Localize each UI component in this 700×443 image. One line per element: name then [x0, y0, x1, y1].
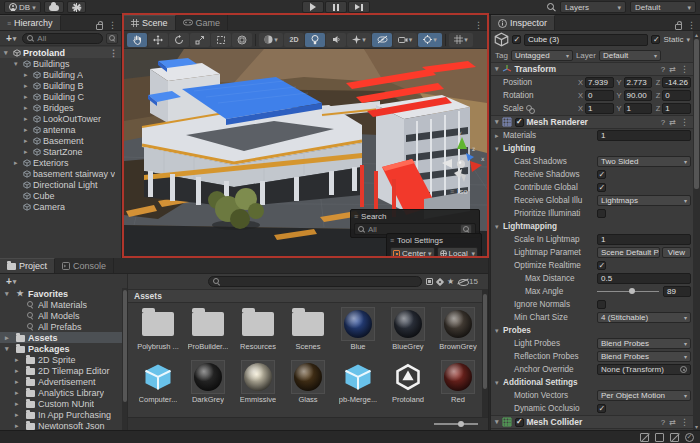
- presets-icon[interactable]: ⇄: [669, 118, 676, 127]
- drag-handle-icon[interactable]: ≡: [354, 213, 358, 220]
- property-checkbox[interactable]: [597, 209, 606, 218]
- step-button[interactable]: [348, 1, 370, 13]
- mesh-collider-component-header[interactable]: ▾ Mesh Collider ? ⇄ ⋮: [491, 415, 693, 429]
- property-dropdown[interactable]: Two Sided: [597, 156, 691, 167]
- property-row[interactable]: Ignore Normals: [491, 298, 693, 311]
- component-enabled-checkbox[interactable]: [515, 118, 524, 127]
- layer-dropdown[interactable]: Default: [599, 50, 661, 61]
- property-row[interactable]: Lightmapping: [491, 220, 693, 233]
- property-row[interactable]: Min Chart Size 4 (Stitchable) 4 (Stitcha…: [491, 311, 693, 324]
- rect-tool-button[interactable]: [211, 33, 231, 47]
- hierarchy-item[interactable]: StartZone ⋮: [0, 146, 121, 157]
- foldout-arrow-icon[interactable]: [4, 49, 11, 57]
- property-row[interactable]: Receive Global Illu Lightmaps Lightmaps …: [491, 194, 693, 207]
- foldout-arrow-icon[interactable]: [5, 334, 12, 342]
- hierarchy-item[interactable]: Directional Light ⋮: [0, 179, 121, 190]
- asset-tile[interactable]: Glass: [284, 360, 332, 413]
- property-dropdown[interactable]: Blend Probes: [597, 338, 691, 349]
- foldout-arrow-icon[interactable]: [5, 290, 12, 298]
- hierarchy-item[interactable]: Protoland ⋮: [0, 47, 121, 58]
- grid-settings-dropdown[interactable]: ▾: [449, 33, 473, 47]
- asset-tile[interactable]: DarkGrey: [184, 360, 232, 413]
- add-object-button[interactable]: +▾: [3, 33, 19, 44]
- active-checkbox[interactable]: [512, 35, 521, 44]
- asset-tile[interactable]: Emmissive: [234, 360, 282, 413]
- help-icon[interactable]: ?: [661, 65, 665, 74]
- draw-mode-dropdown[interactable]: ▾: [259, 33, 283, 47]
- project-tree-item[interactable]: ★ Assets: [0, 332, 127, 343]
- pivot-mode-dropdown[interactable]: Center ▾: [390, 247, 435, 258]
- foldout-arrow-icon[interactable]: [24, 82, 31, 90]
- project-tree-item[interactable]: ★ Packages: [0, 343, 127, 354]
- foldout-arrow-icon[interactable]: [24, 126, 31, 134]
- saved-search-button[interactable]: [106, 33, 118, 44]
- property-row[interactable]: Probes: [491, 324, 693, 337]
- tag-dropdown[interactable]: Untagged: [511, 50, 573, 61]
- property-dropdown[interactable]: Per Object Motion: [597, 390, 691, 401]
- property-row[interactable]: Dynamic Occlusio: [491, 402, 693, 415]
- property-row[interactable]: Max Distance 0.5 0.5 0.5 0.5: [491, 272, 693, 285]
- tab-scene[interactable]: Scene: [124, 15, 176, 30]
- project-tree-item[interactable]: ★ Favorites: [0, 288, 127, 299]
- property-row[interactable]: Cast Shadows Two Sided Two Sided Two Sid…: [491, 155, 693, 168]
- z-value-field[interactable]: 1: [662, 103, 691, 114]
- add-asset-button[interactable]: +▾: [3, 276, 19, 287]
- foldout-arrow-icon[interactable]: ▾: [495, 118, 499, 126]
- property-dropdown[interactable]: Scene Default Para: [597, 247, 660, 258]
- status-icon-b[interactable]: [655, 433, 664, 442]
- project-tree-item[interactable]: ★ Analytics Library: [0, 387, 127, 398]
- slider-value-field[interactable]: 89: [663, 286, 691, 297]
- kebab-menu-icon[interactable]: ⋮: [687, 20, 696, 30]
- property-row[interactable]: Contribute Global: [491, 181, 693, 194]
- move-tool-button[interactable]: [148, 33, 168, 47]
- transform-component-header[interactable]: ▾ Transform ? ⇄ ⋮: [491, 62, 693, 76]
- foldout-arrow-icon[interactable]: [24, 93, 31, 101]
- assets-scrollbar[interactable]: [482, 290, 488, 417]
- search-by-type-button[interactable]: [426, 278, 433, 285]
- asset-tile[interactable]: Protoland: [384, 360, 432, 413]
- scrollbar-thumb[interactable]: [483, 294, 487, 389]
- z-value-field[interactable]: -14.26: [662, 77, 691, 88]
- foldout-arrow-icon[interactable]: [5, 345, 12, 353]
- hierarchy-item[interactable]: Buildings ⋮: [0, 58, 121, 69]
- project-tree-item[interactable]: ★ All Materials: [0, 299, 127, 310]
- hierarchy-search-input[interactable]: All: [22, 33, 103, 44]
- lock-icon[interactable]: [675, 24, 682, 30]
- icon-size-slider[interactable]: [434, 423, 478, 425]
- status-icon-c[interactable]: [670, 433, 679, 442]
- property-slider[interactable]: [597, 291, 659, 293]
- account-button[interactable]: DB ▾: [4, 1, 41, 13]
- gizmo-z-label[interactable]: z: [472, 145, 475, 152]
- lighting-toggle-button[interactable]: [305, 33, 325, 47]
- foldout-arrow-icon[interactable]: [495, 223, 502, 231]
- collab-sparkle-button[interactable]: [67, 1, 86, 13]
- status-icon-a[interactable]: [640, 433, 649, 442]
- asset-tile[interactable]: BrownGrey: [434, 307, 482, 360]
- property-dropdown[interactable]: Lightmaps: [597, 195, 691, 206]
- property-input[interactable]: 0.5: [597, 273, 691, 284]
- property-row[interactable]: Light Probes Blend Probes Blend Probes B…: [491, 337, 693, 350]
- foldout-arrow-icon[interactable]: [15, 378, 22, 386]
- transform-tool-button[interactable]: [232, 33, 252, 47]
- search-icon[interactable]: [547, 3, 556, 12]
- hierarchy-item[interactable]: Bridges ⋮: [0, 102, 121, 113]
- property-input[interactable]: 1: [597, 234, 691, 245]
- foldout-arrow-icon[interactable]: [24, 115, 31, 123]
- play-button[interactable]: [302, 1, 324, 13]
- property-row[interactable]: Anchor Override None (Transform) None (T…: [491, 363, 693, 376]
- property-row[interactable]: Optimize Realtime: [491, 259, 693, 272]
- tab-hierarchy[interactable]: ≡ Hierarchy: [0, 15, 61, 30]
- scroll-up-arrow[interactable]: ▴: [693, 31, 700, 38]
- kebab-menu-icon[interactable]: ⋮: [680, 64, 689, 74]
- foldout-arrow-icon[interactable]: [14, 159, 21, 167]
- foldout-arrow-icon[interactable]: [14, 60, 21, 68]
- project-tree-item[interactable]: ★ In App Purchasing: [0, 409, 127, 420]
- effects-dropdown[interactable]: ▾: [347, 33, 371, 47]
- property-row[interactable]: Max Angle 89 89 89 89: [491, 285, 693, 298]
- project-tree-item[interactable]: ★ 2D Sprite: [0, 354, 127, 365]
- x-value-field[interactable]: 1: [585, 103, 614, 114]
- foldout-arrow-icon[interactable]: [24, 71, 31, 79]
- scale-tool-button[interactable]: [190, 33, 210, 47]
- project-tree-item[interactable]: ★ Advertisement: [0, 376, 127, 387]
- orientation-mode-dropdown[interactable]: Local ▾: [437, 247, 478, 258]
